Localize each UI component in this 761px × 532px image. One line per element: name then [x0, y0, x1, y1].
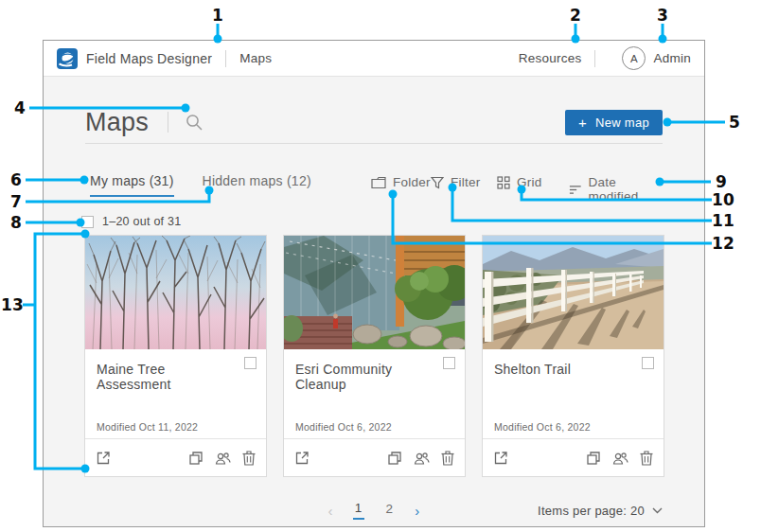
new-map-label: New map — [595, 115, 649, 130]
share-group-icon[interactable] — [215, 451, 231, 466]
username[interactable]: Admin — [653, 51, 691, 65]
callout-10: 10 — [712, 190, 734, 209]
title-rule — [85, 143, 663, 144]
map-card-grid: Maine Tree Assessment Modified Oct 11, 2… — [84, 235, 664, 477]
app-title: Field Maps Designer — [86, 51, 212, 66]
tab-hidden-maps[interactable]: Hidden maps (12) — [203, 173, 311, 197]
card-thumbnail-building — [284, 236, 465, 349]
card-footer — [483, 438, 664, 476]
open-map-icon[interactable] — [294, 451, 310, 466]
callout-2: 2 — [570, 6, 581, 25]
callout-13: 13 — [1, 295, 24, 314]
card-checkbox[interactable] — [244, 357, 257, 369]
nav-resources[interactable]: Resources — [519, 51, 582, 65]
delete-icon[interactable] — [441, 451, 454, 466]
callout-9: 9 — [716, 172, 727, 191]
prev-page-button[interactable]: ‹ — [327, 503, 332, 519]
next-page-button[interactable]: › — [415, 503, 419, 519]
select-all-checkbox[interactable] — [81, 216, 94, 228]
selection-row: 1–20 out of 31 — [81, 215, 181, 228]
delete-icon[interactable] — [640, 451, 653, 466]
chevron-down-icon — [652, 507, 663, 514]
plus-icon: + — [578, 115, 587, 131]
map-card-esri-community-cleanup[interactable]: Esri Community Cleanup Modified Oct 6, 2… — [283, 235, 466, 477]
page-1-button[interactable]: 1 — [353, 501, 364, 520]
selection-count: 1–20 out of 31 — [102, 215, 181, 228]
card-modified-date: Modified Oct 6, 2022 — [494, 421, 591, 433]
items-per-page-label: Items per page: 20 — [538, 504, 645, 518]
grid-view-button[interactable]: Grid — [497, 175, 542, 189]
header-divider-2 — [594, 50, 595, 67]
card-checkbox[interactable] — [443, 357, 455, 369]
callout-3: 3 — [657, 6, 668, 25]
share-group-icon[interactable] — [612, 451, 628, 466]
sort-button[interactable]: Date modified — [569, 175, 663, 204]
folder-icon — [371, 176, 386, 189]
card-thumbnail-trail — [483, 236, 664, 349]
callout-12: 12 — [712, 234, 734, 253]
tab-my-maps[interactable]: My maps (31) — [90, 173, 174, 197]
callout-11: 11 — [712, 211, 734, 230]
duplicate-icon[interactable] — [387, 451, 402, 466]
header-divider — [225, 50, 226, 67]
delete-icon[interactable] — [242, 451, 256, 466]
app-header: Field Maps Designer Maps Resources A Adm… — [44, 41, 704, 77]
sort-icon — [569, 184, 582, 196]
filter-icon — [431, 176, 444, 189]
duplicate-icon[interactable] — [188, 451, 204, 466]
callout-1: 1 — [212, 6, 223, 25]
card-checkbox[interactable] — [642, 357, 654, 369]
title-divider — [168, 112, 168, 133]
new-map-button[interactable]: + New map — [565, 110, 663, 135]
search-icon[interactable] — [186, 114, 204, 132]
card-footer — [284, 438, 465, 476]
app-window: Field Maps Designer Maps Resources A Adm… — [43, 40, 705, 527]
card-title: Shelton Trail — [483, 349, 664, 377]
card-title: Esri Community Cleanup — [284, 349, 465, 392]
callout-5: 5 — [729, 113, 740, 132]
card-title: Maine Tree Assessment — [85, 349, 266, 392]
map-card-maine-tree-assessment[interactable]: Maine Tree Assessment Modified Oct 11, 2… — [84, 235, 267, 477]
folder-button[interactable]: Folder — [371, 175, 431, 189]
filter-label: Filter — [451, 175, 481, 189]
filter-button[interactable]: Filter — [431, 175, 481, 189]
page-2-button[interactable]: 2 — [384, 502, 396, 519]
grid-label: Grid — [517, 175, 542, 189]
folder-label: Folder — [393, 175, 431, 189]
share-group-icon[interactable] — [414, 451, 430, 466]
open-map-icon[interactable] — [96, 451, 111, 466]
map-card-shelton-trail[interactable]: Shelton Trail Modified Oct 6, 2022 — [482, 235, 664, 477]
sort-label: Date modified — [589, 175, 663, 204]
tabs-toolbar-row: My maps (31) Hidden maps (12) Folder Fil… — [85, 173, 663, 198]
callout-6: 6 — [10, 170, 22, 189]
nav-maps[interactable]: Maps — [239, 51, 272, 65]
callout-7: 7 — [10, 192, 22, 211]
callout-4: 4 — [14, 98, 26, 117]
open-map-icon[interactable] — [493, 451, 508, 466]
esri-logo-icon — [57, 48, 78, 69]
avatar[interactable]: A — [622, 46, 646, 70]
card-modified-date: Modified Oct 11, 2022 — [97, 421, 198, 433]
page-title-row: Maps + New map — [85, 103, 663, 141]
card-footer — [85, 438, 266, 476]
card-modified-date: Modified Oct 6, 2022 — [295, 421, 392, 433]
page-title: Maps — [85, 108, 149, 137]
grid-icon — [497, 176, 510, 189]
card-thumbnail-trees — [85, 236, 266, 349]
callout-8: 8 — [10, 213, 22, 232]
duplicate-icon[interactable] — [586, 451, 601, 466]
items-per-page-select[interactable]: Items per page: 20 — [538, 504, 663, 518]
